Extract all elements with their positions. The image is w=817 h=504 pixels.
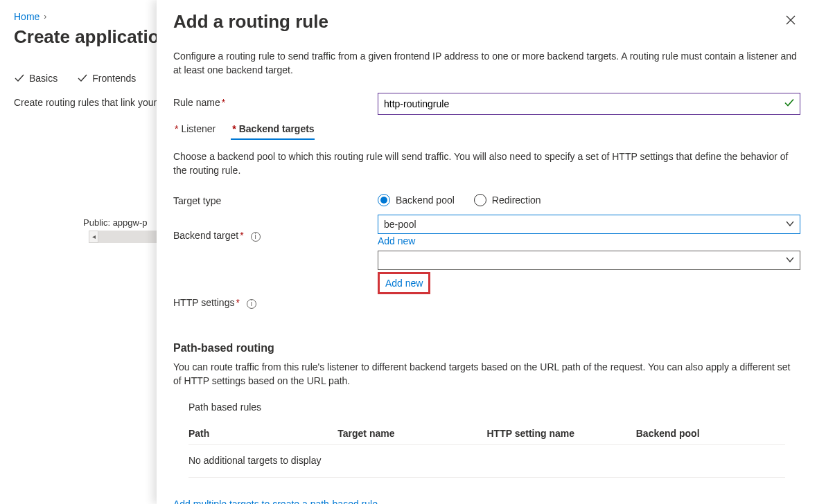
scroll-left-icon[interactable]: ◂ [89,231,98,243]
path-rules-table: Path based rules Path Target name HTTP s… [173,402,800,478]
wizard-step-basics[interactable]: Basics [14,73,58,84]
path-based-routing-desc: You can route traffic from this rule's l… [173,360,800,388]
add-new-http-settings-link[interactable]: Add new [378,272,430,294]
rule-name-input-wrapper [378,93,800,115]
close-button[interactable] [781,11,800,30]
tab-bar: *Listener *Backend targets [173,123,800,140]
wizard-step-label: Basics [29,73,58,84]
table-header-row: Path Target name HTTP setting name Backe… [188,422,785,445]
add-multiple-targets-link[interactable]: Add multiple targets to create a path-ba… [173,498,378,504]
col-path: Path [188,428,337,439]
chevron-down-icon [786,219,794,230]
backend-section-description: Choose a backend pool to which this rout… [173,150,800,178]
backend-target-select[interactable]: be-pool [378,215,800,234]
valid-check-icon [784,98,794,109]
radio-redirection[interactable]: Redirection [474,194,541,206]
radio-label: Backend pool [396,195,455,206]
target-type-label: Target type [173,191,364,206]
radio-label: Redirection [492,195,541,206]
routing-rule-panel: Add a routing rule Configure a routing r… [157,0,817,504]
tab-listener[interactable]: *Listener [173,123,216,140]
col-http: HTTP setting name [487,428,636,439]
col-pool: Backend pool [636,428,785,439]
rule-name-label: Rule name* [173,93,364,108]
tab-backend-targets[interactable]: *Backend targets [231,123,314,140]
info-icon[interactable]: i [251,232,261,242]
wizard-step-label: Frontends [92,73,136,84]
info-icon[interactable]: i [247,299,256,309]
close-icon [786,14,796,28]
chevron-down-icon [786,255,794,266]
backend-target-label: Backend target* i [173,215,364,242]
table-caption: Path based rules [188,402,785,413]
rule-name-input[interactable] [384,98,779,109]
http-settings-select[interactable] [378,251,800,270]
wizard-step-frontends[interactable]: Frontends [77,73,136,84]
panel-intro: Configure a routing rule to send traffic… [173,49,800,78]
horizontal-scrollbar[interactable]: ◂ [89,231,165,243]
check-icon [14,73,25,84]
select-value: be-pool [384,219,416,230]
panel-title: Add a routing rule [173,11,328,33]
breadcrumb-home[interactable]: Home [14,11,39,22]
table-empty-message: No additional targets to display [188,445,785,478]
check-icon [77,73,88,84]
radio-backend-pool[interactable]: Backend pool [378,194,455,206]
path-based-routing-heading: Path-based routing [173,342,800,354]
add-new-backend-link[interactable]: Add new [378,235,415,246]
chevron-right-icon: › [44,12,46,21]
col-target: Target name [337,428,486,439]
